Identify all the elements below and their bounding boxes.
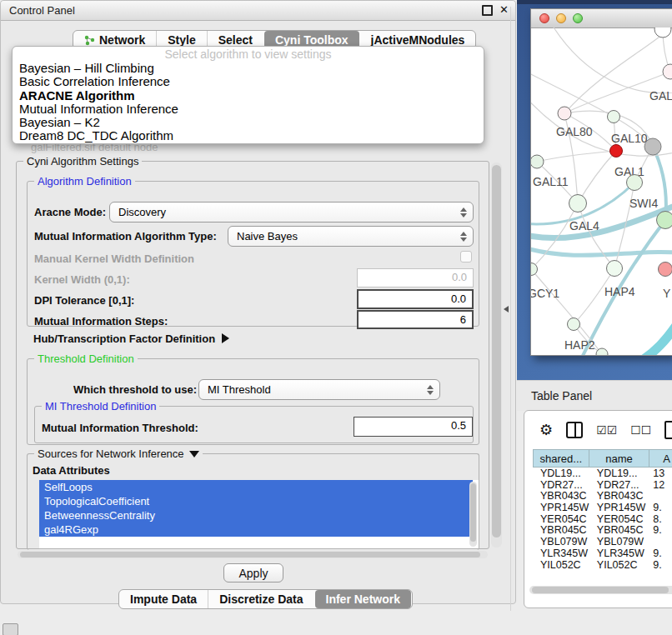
table-cell: YPR145W [533,502,589,513]
network-node-hap4[interactable] [607,261,623,277]
deselect-all-icon[interactable]: ☐ [641,422,652,438]
data-attribute-option[interactable]: TopologicalCoefficient [39,494,473,508]
table-cell: YBR043C [589,490,650,502]
tab-infer-network[interactable]: Infer Network [315,590,411,608]
hub-definition-expander[interactable]: Hub/Transcription Factor Definition [33,331,229,346]
function-builder-icon[interactable] [664,421,672,439]
dpi-tolerance-field[interactable]: 0.0 [357,289,474,309]
dpi-tolerance-label: DPI Tolerance [0,1]: [34,294,134,307]
network-node-swi4[interactable] [627,175,643,191]
algorithm-definition-group: Algorithm Definition Aracne Mode: Discov… [27,181,479,327]
column-header-name[interactable]: name [589,449,649,468]
split-columns-icon[interactable] [566,422,583,438]
minimized-panel-chip[interactable] [3,623,18,635]
algorithm-option[interactable]: Dream8 DC_TDC Algorithm [13,129,484,142]
network-node-gal10[interactable] [608,111,620,123]
network-node[interactable] [654,28,671,38]
table-row[interactable]: YBL079WYBL079W [533,536,672,548]
table-row[interactable]: YER054CYER054C8. [533,513,672,525]
table-cell: YDL19... [589,468,650,479]
collapse-down-icon[interactable] [189,451,199,458]
close-icon[interactable]: ✕ [499,4,509,16]
algorithm-option[interactable]: Basic Correlation Inference [13,75,484,88]
data-attribute-option[interactable]: gal4RGexp [39,522,473,537]
which-threshold-value: MI Threshold [208,383,271,396]
manual-kernel-checkbox[interactable] [460,251,472,262]
table-row[interactable]: YDR27...YDR27...12 [533,479,672,491]
network-node-hap2[interactable] [568,318,580,331]
table-row[interactable]: YDL19...YDL19...13 [533,468,672,479]
network-node-gal1[interactable] [610,145,623,158]
tab-discretize-data[interactable]: Discretize Data [208,590,313,608]
settings-scrollbar-thumb[interactable] [492,165,501,538]
settings-hscrollbar-thumb[interactable] [20,552,480,558]
table-row[interactable]: YBR045CYBR045C9. [533,524,672,536]
close-traffic-light-icon[interactable] [539,13,549,23]
network-node[interactable] [644,138,661,155]
table-row[interactable]: YPR145WYPR145W9. [533,502,672,513]
deselect-all-icon[interactable]: ☐ [630,422,641,438]
data-attribute-option[interactable]: BetweennessCentrality [39,508,473,522]
table-cell: 9. [649,559,672,571]
table-cell: YLR345W [533,548,589,559]
attributes-scrollbar[interactable] [469,482,477,547]
network-icon [84,35,95,46]
gear-icon[interactable]: ⚙ [539,422,553,438]
network-node-gal11[interactable] [531,155,544,168]
which-threshold-select[interactable]: MI Threshold [198,379,440,400]
zoom-traffic-light-icon[interactable] [573,13,583,23]
table-cell: YPR145W [589,502,650,513]
algorithm-option[interactable]: ARACNE Algorithm [13,89,484,102]
network-node-gal4[interactable] [569,195,587,212]
divider-collapse-arrow-icon[interactable] [504,306,509,312]
control-panel-titlebar[interactable]: Control Panel ✕ [1,1,515,21]
aracne-mode-select[interactable]: Discovery [109,202,474,222]
network-node-gcy1[interactable] [531,263,538,276]
mi-steps-field[interactable]: 6 [357,310,474,329]
network-node[interactable] [657,212,672,229]
mi-threshold-field[interactable]: 0.5 [354,417,473,437]
select-all-icon[interactable]: ☑ [596,422,607,438]
data-attributes-list[interactable]: SelfLoopsTopologicalCoefficientBetweenne… [39,480,479,548]
float-window-icon[interactable] [482,5,493,16]
table-row[interactable]: YLR345WYLR345W9. [533,548,672,559]
table-hscrollbar-thumb[interactable] [532,587,669,593]
settings-hscrollbar[interactable] [18,551,488,558]
mi-threshold-label: Mutual Information Threshold: [42,422,198,434]
table-cell: YBR045C [589,524,650,536]
settings-scrollbar[interactable] [491,162,502,548]
table-cell: YBL079W [589,536,650,548]
network-node-gal[interactable] [663,64,672,79]
network-node-gal80[interactable] [558,107,571,120]
network-edges [531,28,672,355]
table-row[interactable]: YBR043CYBR043C [533,490,672,502]
mi-type-select[interactable]: Naive Bayes [228,226,474,247]
table-panel-header: Table Panel [517,380,672,411]
minimize-traffic-light-icon[interactable] [556,13,566,23]
tab-impute-data[interactable]: Impute Data [119,590,208,608]
select-all-icon[interactable]: ☑ [607,422,618,438]
network-node-y[interactable] [659,262,672,277]
algorithm-option[interactable]: Mutual Information Inference [13,102,484,116]
apply-button[interactable]: Apply [223,563,283,582]
kernel-width-field[interactable]: 0.0 [357,268,474,288]
tab-cyni-toolbox-label: Cyni Toolbox [275,33,349,47]
algorithm-definition-title: Algorithm Definition [34,175,135,188]
column-header-shared-name[interactable]: shared... [533,449,589,468]
tab-impute-data-label: Impute Data [130,592,197,606]
table-cell: YBR043C [533,490,589,502]
network-view-window: GALGAL80GAL10GAL1GAL11SWI4GAL4GCY1HAP4YH… [530,8,672,356]
column-header-partial[interactable]: A [649,449,672,468]
node-label-gal: GAL [649,89,672,102]
application-screen: Control Panel ✕ Network Style Select Cyn [0,0,672,635]
algorithm-option[interactable]: Bayesian – K2 [13,116,484,129]
table-hscrollbar[interactable] [529,586,672,594]
tab-infer-network-label: Infer Network [326,592,400,606]
attributes-scrollbar-thumb[interactable] [470,483,476,542]
panel-divider [510,7,511,611]
table-row[interactable]: YIL052CYIL052C9. [533,559,672,571]
network-canvas[interactable]: GALGAL80GAL10GAL1GAL11SWI4GAL4GCY1HAP4YH… [531,28,672,355]
algorithm-option[interactable]: Bayesian – Hill Climbing [13,62,484,75]
network-window-titlebar[interactable] [531,9,672,28]
data-attribute-option[interactable]: SelfLoops [39,480,473,494]
